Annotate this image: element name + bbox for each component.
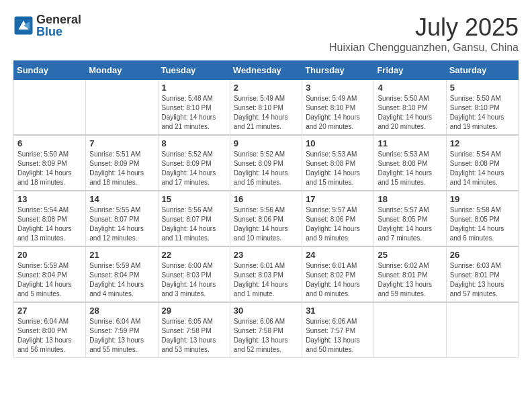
calendar-day-cell: 30Sunrise: 6:06 AM Sunset: 7:58 PM Dayli…	[230, 302, 302, 358]
calendar-week-row: 27Sunrise: 6:04 AM Sunset: 8:00 PM Dayli…	[14, 302, 519, 358]
day-info: Sunrise: 6:05 AM Sunset: 7:58 PM Dayligh…	[162, 317, 226, 355]
day-info: Sunrise: 5:56 AM Sunset: 8:06 PM Dayligh…	[234, 205, 298, 243]
day-info: Sunrise: 5:53 AM Sunset: 8:08 PM Dayligh…	[306, 150, 370, 187]
day-info: Sunrise: 5:56 AM Sunset: 8:07 PM Dayligh…	[162, 205, 226, 243]
day-number: 20	[17, 250, 82, 260]
day-number: 21	[89, 250, 154, 260]
calendar-day-cell: 5Sunrise: 5:50 AM Sunset: 8:10 PM Daylig…	[446, 80, 518, 136]
day-number: 17	[306, 194, 370, 204]
calendar-day-cell: 21Sunrise: 5:59 AM Sunset: 8:04 PM Dayli…	[86, 246, 158, 302]
calendar-day-cell	[86, 80, 158, 136]
calendar-day-cell: 19Sunrise: 5:58 AM Sunset: 8:05 PM Dayli…	[446, 191, 518, 246]
calendar-day-cell: 25Sunrise: 6:02 AM Sunset: 8:01 PM Dayli…	[374, 246, 446, 302]
calendar-day-cell: 27Sunrise: 6:04 AM Sunset: 8:00 PM Dayli…	[14, 302, 86, 358]
day-info: Sunrise: 5:59 AM Sunset: 8:04 PM Dayligh…	[17, 261, 82, 299]
day-info: Sunrise: 5:52 AM Sunset: 8:09 PM Dayligh…	[162, 150, 226, 187]
location-title: Huixian Chengguanzhen, Gansu, China	[329, 42, 519, 54]
day-info: Sunrise: 5:57 AM Sunset: 8:05 PM Dayligh…	[378, 205, 442, 243]
logo-text: General Blue	[36, 13, 81, 38]
day-info: Sunrise: 6:06 AM Sunset: 7:57 PM Dayligh…	[306, 317, 370, 355]
day-number: 8	[162, 138, 226, 148]
calendar-week-row: 20Sunrise: 5:59 AM Sunset: 8:04 PM Dayli…	[14, 246, 519, 302]
calendar-day-cell: 24Sunrise: 6:01 AM Sunset: 8:02 PM Dayli…	[302, 246, 374, 302]
day-info: Sunrise: 6:04 AM Sunset: 8:00 PM Dayligh…	[17, 317, 82, 355]
calendar-day-cell: 20Sunrise: 5:59 AM Sunset: 8:04 PM Dayli…	[14, 246, 86, 302]
day-info: Sunrise: 6:06 AM Sunset: 7:58 PM Dayligh…	[234, 317, 298, 355]
calendar-day-cell: 29Sunrise: 6:05 AM Sunset: 7:58 PM Dayli…	[158, 302, 230, 358]
calendar-day-cell: 28Sunrise: 6:04 AM Sunset: 7:59 PM Dayli…	[86, 302, 158, 358]
logo-icon	[13, 15, 34, 36]
day-number: 30	[234, 306, 298, 316]
calendar-header-friday: Friday	[374, 61, 446, 80]
calendar-day-cell: 1Sunrise: 5:48 AM Sunset: 8:10 PM Daylig…	[158, 80, 230, 136]
day-number: 28	[89, 306, 154, 316]
day-info: Sunrise: 5:54 AM Sunset: 8:08 PM Dayligh…	[17, 205, 82, 243]
day-number: 18	[378, 194, 442, 204]
calendar-day-cell: 3Sunrise: 5:49 AM Sunset: 8:10 PM Daylig…	[302, 80, 374, 136]
day-info: Sunrise: 5:50 AM Sunset: 8:10 PM Dayligh…	[378, 94, 442, 132]
day-number: 14	[89, 194, 154, 204]
calendar-day-cell	[374, 302, 446, 358]
day-info: Sunrise: 5:49 AM Sunset: 8:10 PM Dayligh…	[306, 94, 370, 132]
day-number: 29	[162, 306, 226, 316]
day-number: 2	[234, 83, 298, 93]
calendar-day-cell: 22Sunrise: 6:00 AM Sunset: 8:03 PM Dayli…	[158, 246, 230, 302]
page-header: General Blue July 2025 Huixian Chengguan…	[13, 13, 519, 54]
logo-general: General	[36, 13, 81, 26]
calendar-day-cell: 16Sunrise: 5:56 AM Sunset: 8:06 PM Dayli…	[230, 191, 302, 246]
calendar-day-cell: 18Sunrise: 5:57 AM Sunset: 8:05 PM Dayli…	[374, 191, 446, 246]
day-info: Sunrise: 5:59 AM Sunset: 8:04 PM Dayligh…	[89, 261, 154, 299]
day-info: Sunrise: 5:57 AM Sunset: 8:06 PM Dayligh…	[306, 205, 370, 243]
day-number: 15	[162, 194, 226, 204]
day-number: 4	[378, 83, 442, 93]
month-title: July 2025	[329, 13, 519, 42]
calendar-header-wednesday: Wednesday	[230, 61, 302, 80]
calendar-day-cell: 9Sunrise: 5:52 AM Sunset: 8:09 PM Daylig…	[230, 135, 302, 191]
day-number: 22	[162, 250, 226, 260]
day-number: 27	[17, 306, 82, 316]
calendar-day-cell: 11Sunrise: 5:53 AM Sunset: 8:08 PM Dayli…	[374, 135, 446, 191]
calendar-day-cell: 10Sunrise: 5:53 AM Sunset: 8:08 PM Dayli…	[302, 135, 374, 191]
day-number: 19	[450, 194, 515, 204]
day-number: 3	[306, 83, 370, 93]
day-info: Sunrise: 6:02 AM Sunset: 8:01 PM Dayligh…	[378, 261, 442, 299]
day-info: Sunrise: 5:55 AM Sunset: 8:07 PM Dayligh…	[89, 205, 154, 243]
calendar-header-tuesday: Tuesday	[158, 61, 230, 80]
calendar-day-cell: 8Sunrise: 5:52 AM Sunset: 8:09 PM Daylig…	[158, 135, 230, 191]
calendar-day-cell: 7Sunrise: 5:51 AM Sunset: 8:09 PM Daylig…	[86, 135, 158, 191]
day-info: Sunrise: 5:51 AM Sunset: 8:09 PM Dayligh…	[89, 150, 154, 187]
day-number: 9	[234, 138, 298, 148]
day-info: Sunrise: 6:01 AM Sunset: 8:03 PM Dayligh…	[234, 261, 298, 299]
day-number: 26	[450, 250, 515, 260]
day-number: 12	[450, 138, 515, 148]
day-number: 16	[234, 194, 298, 204]
day-info: Sunrise: 5:52 AM Sunset: 8:09 PM Dayligh…	[234, 150, 298, 187]
calendar-header-saturday: Saturday	[446, 61, 518, 80]
day-info: Sunrise: 5:53 AM Sunset: 8:08 PM Dayligh…	[378, 150, 442, 187]
day-info: Sunrise: 5:58 AM Sunset: 8:05 PM Dayligh…	[450, 205, 515, 243]
calendar-day-cell: 23Sunrise: 6:01 AM Sunset: 8:03 PM Dayli…	[230, 246, 302, 302]
day-info: Sunrise: 5:49 AM Sunset: 8:10 PM Dayligh…	[234, 94, 298, 132]
calendar-day-cell: 17Sunrise: 5:57 AM Sunset: 8:06 PM Dayli…	[302, 191, 374, 246]
calendar-header-row: SundayMondayTuesdayWednesdayThursdayFrid…	[14, 61, 519, 80]
day-info: Sunrise: 6:04 AM Sunset: 7:59 PM Dayligh…	[89, 317, 154, 355]
calendar-header-sunday: Sunday	[14, 61, 86, 80]
calendar-day-cell: 6Sunrise: 5:50 AM Sunset: 8:09 PM Daylig…	[14, 135, 86, 191]
day-number: 5	[450, 83, 515, 93]
day-number: 1	[162, 83, 226, 93]
calendar-day-cell	[14, 80, 86, 136]
day-info: Sunrise: 6:00 AM Sunset: 8:03 PM Dayligh…	[162, 261, 226, 299]
title-section: July 2025 Huixian Chengguanzhen, Gansu, …	[329, 13, 519, 54]
day-number: 6	[17, 138, 82, 148]
calendar-day-cell	[446, 302, 518, 358]
day-info: Sunrise: 5:48 AM Sunset: 8:10 PM Dayligh…	[162, 94, 226, 132]
calendar-week-row: 1Sunrise: 5:48 AM Sunset: 8:10 PM Daylig…	[14, 80, 519, 136]
logo-blue: Blue	[36, 26, 81, 38]
calendar-day-cell: 12Sunrise: 5:54 AM Sunset: 8:08 PM Dayli…	[446, 135, 518, 191]
calendar-week-row: 6Sunrise: 5:50 AM Sunset: 8:09 PM Daylig…	[14, 135, 519, 191]
calendar-day-cell: 31Sunrise: 6:06 AM Sunset: 7:57 PM Dayli…	[302, 302, 374, 358]
calendar-day-cell: 4Sunrise: 5:50 AM Sunset: 8:10 PM Daylig…	[374, 80, 446, 136]
calendar-header-monday: Monday	[86, 61, 158, 80]
calendar-day-cell: 26Sunrise: 6:03 AM Sunset: 8:01 PM Dayli…	[446, 246, 518, 302]
day-info: Sunrise: 6:01 AM Sunset: 8:02 PM Dayligh…	[306, 261, 370, 299]
